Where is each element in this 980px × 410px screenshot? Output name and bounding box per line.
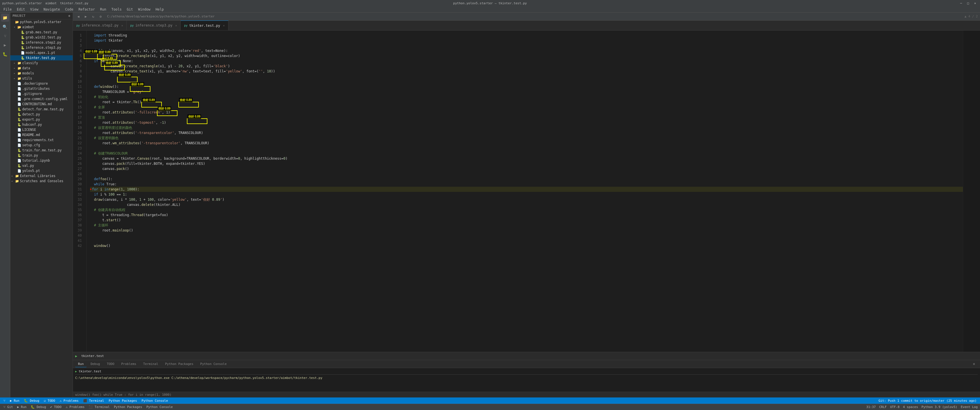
menu-edit[interactable]: Edit xyxy=(14,7,27,12)
tree-item-detect-for-me-test-py[interactable]: 🐍detect.for.me.test.py xyxy=(10,107,73,112)
tree-item-hubconf-py[interactable]: 🐍hubconf.py xyxy=(10,122,73,127)
tree-item--dockerignore[interactable]: 📄.dockerignore xyxy=(10,81,73,86)
tab-tkinter-test[interactable]: py tkinter.test.py ✕ xyxy=(181,21,228,30)
menu-code[interactable]: Code xyxy=(63,7,76,12)
status-git[interactable]: ⑂ xyxy=(2,399,6,403)
status-problems2[interactable]: ⚠ Problems xyxy=(65,405,86,409)
tree-item-external-libraries[interactable]: ▸📁External Libraries xyxy=(10,173,73,179)
tree-item-model-apex-1-pt[interactable]: 📄model.apex.1.pt xyxy=(10,50,73,55)
tree-item-data[interactable]: ▸📁data xyxy=(10,65,73,71)
line-num-39: 39 xyxy=(73,228,84,233)
toolbar-back[interactable]: ◀ xyxy=(75,13,81,20)
tree-item-val-py[interactable]: 🐍val.py xyxy=(10,163,73,168)
tree-item--gitignore[interactable]: 📄.gitignore xyxy=(10,91,73,96)
bottom-tab-python-console[interactable]: Python Console xyxy=(197,361,230,367)
tree-arrow-icon: ▸ xyxy=(10,180,14,182)
code-editor[interactable]: 1234567891011121314151617181920212223242… xyxy=(73,30,980,352)
run-icon[interactable]: ▶ xyxy=(75,354,77,358)
tree-file-icon: 📄 xyxy=(21,51,25,55)
tree-item--gitattributes[interactable]: 📄.gitattributes xyxy=(10,86,73,91)
status-todo2[interactable]: ✔ TODO xyxy=(49,405,63,409)
status-run-icon[interactable]: ▶ Run xyxy=(9,399,21,403)
line-num-27: 27 xyxy=(73,166,84,171)
activity-project[interactable]: 📁 xyxy=(1,14,9,22)
tree-item-requirements-txt[interactable]: 📄requirements.txt xyxy=(10,137,73,142)
tree-item-license[interactable]: 📄LICENSE xyxy=(10,127,73,132)
bottom-tab-settings-icon[interactable]: ⚙ xyxy=(970,361,978,367)
toolbar-settings[interactable]: ⚙ xyxy=(97,13,104,20)
menu-tools[interactable]: Tools xyxy=(109,7,124,12)
tree-item-inference-step3-py[interactable]: 🐍inference.step3.py xyxy=(10,45,73,50)
status-git-push[interactable]: Git: Push 1 commit to origin/master (25 … xyxy=(877,399,978,403)
tree-item-train-for-me-test-py[interactable]: 🐍train.for.me.test.py xyxy=(10,148,73,153)
tab-inference-step3[interactable]: py inference.step3.py ✕ xyxy=(127,21,181,30)
status-python-packages[interactable]: Python Packages xyxy=(107,399,138,403)
menu-view[interactable]: View xyxy=(28,7,41,12)
bottom-tab-todo[interactable]: TODO xyxy=(104,361,118,367)
status-problems[interactable]: ⚠ Problems xyxy=(59,399,80,403)
menu-git[interactable]: Git xyxy=(124,7,135,12)
tree-item-python-yolov5-starter[interactable]: 📂python.yolov5.starter xyxy=(10,19,73,24)
bottom-tab-problems[interactable]: Problems xyxy=(119,361,139,367)
tree-item-aimbot[interactable]: ▾📂aimbot xyxy=(10,24,73,30)
tree-item-readme-md[interactable]: 📄README.md xyxy=(10,132,73,137)
status-terminal2[interactable]: ⬛ Terminal xyxy=(88,405,111,409)
status-git-branch[interactable]: ⑂ Git xyxy=(2,405,14,409)
status-debug-icon[interactable]: 🐛 Debug xyxy=(23,399,40,403)
activity-debug[interactable]: 🐛 xyxy=(1,50,9,58)
bottom-tab-run[interactable]: Run xyxy=(75,361,87,367)
menu-window[interactable]: Window xyxy=(136,7,153,12)
menu-refactor[interactable]: Refactor xyxy=(76,7,97,12)
tab-inference-step2[interactable]: py inference.step2.py ✕ xyxy=(73,21,127,30)
maximize-icon[interactable]: □ xyxy=(966,2,971,5)
activity-run[interactable]: ▶ xyxy=(1,41,9,49)
tree-item-models[interactable]: ▸📁models xyxy=(10,71,73,76)
minimize-icon[interactable]: ─ xyxy=(958,2,964,5)
bottom-tab-debug[interactable]: Debug xyxy=(88,361,103,367)
toolbar-refresh[interactable]: ↻ xyxy=(90,13,96,20)
status-pypackages2[interactable]: Python Packages xyxy=(113,405,143,409)
tree-item-label: tkinter.test.py xyxy=(25,56,55,60)
tab-close-inference-step3[interactable]: ✕ xyxy=(175,24,177,27)
run-tab[interactable]: tkinter.test xyxy=(79,354,106,358)
tree-item-export-py[interactable]: 🐍export.py xyxy=(10,117,73,122)
code-line-31: ● for i in range(1, 1000): xyxy=(90,187,963,192)
tree-item-tkinter-test-py[interactable]: 🐍tkinter.test.py xyxy=(10,55,73,61)
status-todo[interactable]: ☑ TODO xyxy=(43,399,56,403)
bottom-tab-python-packages[interactable]: Python Packages xyxy=(162,361,196,367)
menu-navigate[interactable]: Navigate xyxy=(41,7,62,12)
line-num-8: 8 xyxy=(73,69,84,74)
tree-item-classify[interactable]: ▸📁classify xyxy=(10,61,73,65)
toolbar-forward[interactable]: ▶ xyxy=(83,13,89,20)
tree-item-contributing-md[interactable]: 📄CONTRIBUTING.md xyxy=(10,102,73,107)
status-debug2[interactable]: 🐛 Debug xyxy=(30,405,47,409)
tree-item-label: grab.mes.test.py xyxy=(25,30,57,34)
activity-git[interactable]: ⑂ xyxy=(1,32,9,40)
tree-item-detect-py[interactable]: 🐍detect.py xyxy=(10,112,73,117)
tree-item-scratches-and-consoles[interactable]: ▸📁Scratches and Consoles xyxy=(10,179,73,183)
tree-item-tutorial-ipynb[interactable]: 📄tutorial.ipynb xyxy=(10,158,73,163)
tree-item-inference-step2-py[interactable]: 🐍inference.step2.py xyxy=(10,40,73,45)
bottom-tab-terminal[interactable]: Terminal xyxy=(140,361,161,367)
tree-item-grab-mes-test-py[interactable]: 🐍grab.mes.test.py xyxy=(10,30,73,35)
activity-search[interactable]: 🔍 xyxy=(1,23,9,31)
code-content[interactable]: import threading import tkinter def draw… xyxy=(87,30,963,352)
status-run2[interactable]: ▶ Run xyxy=(16,405,28,409)
menu-help[interactable]: Help xyxy=(153,7,166,12)
menu-file[interactable]: File xyxy=(1,7,14,12)
status-pyconsole2[interactable]: Python Console xyxy=(145,405,174,409)
tree-item-setup-cfg[interactable]: 📄setup.cfg xyxy=(10,142,73,148)
status-terminal[interactable]: ⬛ Terminal xyxy=(82,399,105,403)
tree-item-train-py[interactable]: 🐍train.py xyxy=(10,153,73,158)
tab-close-tkinter-test[interactable]: ✕ xyxy=(223,24,225,27)
status-python-console[interactable]: Python Console xyxy=(140,399,169,403)
tree-item-utils[interactable]: ▸📁utils xyxy=(10,76,73,81)
tree-item-grab-win32-test-py[interactable]: 🐍grab.win32.test.py xyxy=(10,35,73,40)
code-line-20: root.attributes('-transparentcolor', TRA… xyxy=(90,130,963,136)
close-icon[interactable]: ✕ xyxy=(972,2,978,5)
tab-close-inference-step2[interactable]: ✕ xyxy=(121,24,123,27)
tree-item-yolov5-pt[interactable]: 📄yolov5.pt xyxy=(10,168,73,173)
menu-run[interactable]: Run xyxy=(98,7,108,12)
tree-item--pre-commit-config-yaml[interactable]: 📄.pre-commit-config.yaml xyxy=(10,96,73,102)
project-panel-gear[interactable]: ⚙ xyxy=(68,14,70,18)
